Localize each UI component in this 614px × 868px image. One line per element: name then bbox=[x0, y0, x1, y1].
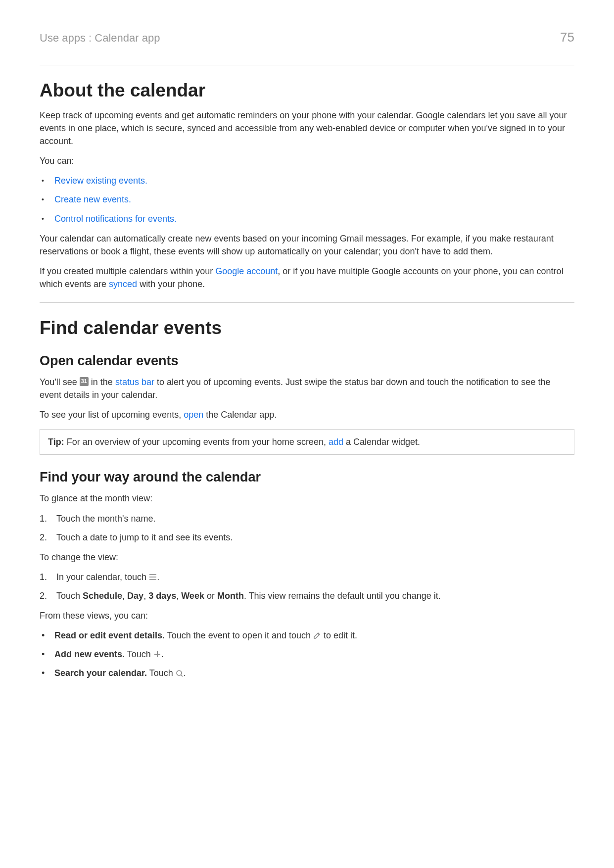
plus-add-icon bbox=[153, 650, 161, 658]
option-month: Month bbox=[217, 591, 244, 601]
text: the Calendar app. bbox=[203, 410, 277, 420]
from-views-list: Read or edit event details. Touch the ev… bbox=[40, 629, 574, 679]
text: a Calendar widget. bbox=[343, 437, 420, 447]
option-week: Week bbox=[181, 591, 204, 601]
open-events-p1: You'll see 31 in the status bar to alert… bbox=[40, 376, 574, 401]
link-synced[interactable]: synced bbox=[109, 279, 137, 289]
link-control-notifications[interactable]: Control notifications for events. bbox=[54, 214, 177, 224]
link-review-events[interactable]: Review existing events. bbox=[54, 176, 147, 186]
list-item: Touch the month's name. bbox=[40, 512, 574, 525]
list-item: Create new events. bbox=[40, 193, 574, 206]
glance-steps: Touch the month's name. Touch a date to … bbox=[40, 512, 574, 544]
text: If you created multiple calendars within… bbox=[40, 266, 215, 276]
list-item: In your calendar, touch . bbox=[40, 571, 574, 583]
link-create-events[interactable]: Create new events. bbox=[54, 194, 131, 204]
breadcrumb: Use apps : Calendar app bbox=[40, 32, 160, 45]
label-search-calendar: Search your calendar. bbox=[54, 668, 147, 678]
you-can-label: You can: bbox=[40, 154, 574, 167]
sub-title-find-way: Find your way around the calendar bbox=[40, 470, 574, 485]
link-add-widget[interactable]: add bbox=[329, 437, 343, 447]
text: to edit it. bbox=[321, 630, 357, 640]
section-title-about: About the calendar bbox=[40, 80, 574, 101]
divider bbox=[40, 65, 574, 65]
page-number: 75 bbox=[560, 30, 574, 45]
sub-title-open-events: Open calendar events bbox=[40, 353, 574, 369]
text: For an overview of your upcoming events … bbox=[64, 437, 329, 447]
list-item: Touch a date to jump to it and see its e… bbox=[40, 531, 574, 544]
document-page: Use apps : Calendar app 75 About the cal… bbox=[0, 0, 614, 725]
text: . This view remains the default until yo… bbox=[244, 591, 441, 601]
glance-label: To glance at the month view: bbox=[40, 492, 574, 505]
list-item: Touch Schedule, Day, 3 days, Week or Mon… bbox=[40, 589, 574, 602]
text: Touch bbox=[147, 668, 176, 678]
section-title-find: Find calendar events bbox=[40, 318, 574, 338]
label-read-edit: Read or edit event details. bbox=[54, 630, 165, 640]
text: Touch bbox=[56, 591, 83, 601]
divider bbox=[40, 302, 574, 303]
tip-label: Tip: bbox=[48, 437, 64, 447]
you-can-list: Review existing events. Create new event… bbox=[40, 174, 574, 225]
link-google-account[interactable]: Google account bbox=[215, 266, 278, 276]
list-item: Search your calendar. Touch . bbox=[40, 667, 574, 679]
text: . bbox=[161, 649, 164, 659]
label-add-events: Add new events. bbox=[54, 649, 125, 659]
link-status-bar[interactable]: status bar bbox=[115, 377, 154, 387]
tip-box: Tip: For an overview of your upcoming ev… bbox=[40, 429, 574, 455]
option-day: Day bbox=[127, 591, 143, 601]
page-header: Use apps : Calendar app 75 bbox=[40, 30, 574, 65]
text: Touch bbox=[125, 649, 153, 659]
from-views-label: From these views, you can: bbox=[40, 609, 574, 622]
intro-paragraph: Keep track of upcoming events and get au… bbox=[40, 109, 574, 147]
hamburger-menu-icon bbox=[149, 574, 157, 580]
text: To see your list of upcoming events, bbox=[40, 410, 184, 420]
search-icon bbox=[176, 670, 184, 677]
text: . bbox=[184, 668, 186, 678]
text: Touch the event to open it and touch bbox=[165, 630, 313, 640]
calendar-31-icon: 31 bbox=[80, 377, 89, 386]
text: with your phone. bbox=[137, 279, 205, 289]
auto-events-paragraph: Your calendar can automatically create n… bbox=[40, 232, 574, 258]
option-3days: 3 days bbox=[148, 591, 176, 601]
list-item: Read or edit event details. Touch the ev… bbox=[40, 629, 574, 642]
text: . bbox=[157, 572, 159, 582]
text: in the bbox=[89, 377, 115, 387]
pencil-edit-icon bbox=[313, 631, 321, 639]
change-view-steps: In your calendar, touch . Touch Schedule… bbox=[40, 571, 574, 602]
svg-line-7 bbox=[181, 675, 183, 676]
option-schedule: Schedule bbox=[83, 591, 122, 601]
list-item: Add new events. Touch . bbox=[40, 648, 574, 661]
change-view-label: To change the view: bbox=[40, 551, 574, 564]
list-item: Review existing events. bbox=[40, 174, 574, 187]
text: You'll see bbox=[40, 377, 80, 387]
svg-point-6 bbox=[177, 671, 182, 675]
list-item: Control notifications for events. bbox=[40, 212, 574, 225]
text: In your calendar, touch bbox=[56, 572, 149, 582]
multi-calendar-paragraph: If you created multiple calendars within… bbox=[40, 265, 574, 290]
link-open[interactable]: open bbox=[184, 410, 203, 420]
open-events-p2: To see your list of upcoming events, ope… bbox=[40, 408, 574, 421]
